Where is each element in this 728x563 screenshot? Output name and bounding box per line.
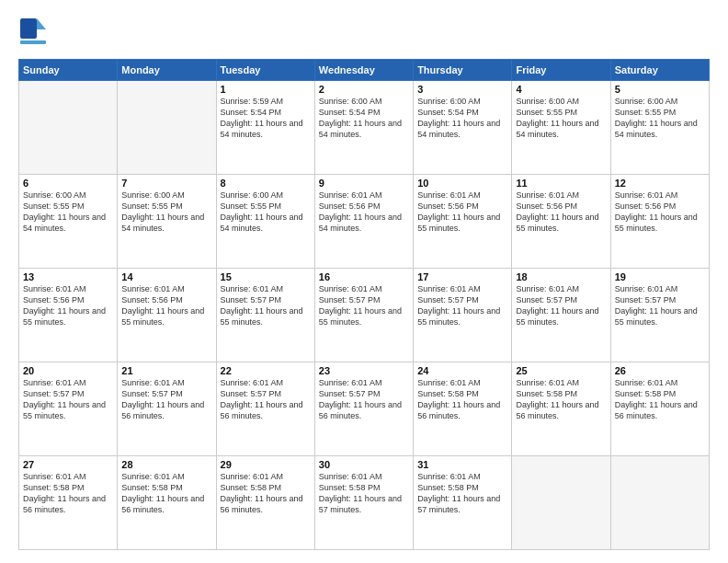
day-cell: 8Sunrise: 6:00 AM Sunset: 5:55 PM Daylig… xyxy=(216,175,314,269)
day-info: Sunrise: 6:01 AM Sunset: 5:57 PM Dayligh… xyxy=(23,377,113,422)
day-info: Sunrise: 6:00 AM Sunset: 5:55 PM Dayligh… xyxy=(221,190,311,235)
page: SundayMondayTuesdayWednesdayThursdayFrid… xyxy=(0,0,728,563)
day-cell: 28Sunrise: 6:01 AM Sunset: 5:58 PM Dayli… xyxy=(118,456,216,550)
day-number: 9 xyxy=(319,178,409,189)
day-number: 13 xyxy=(23,271,113,282)
day-info: Sunrise: 6:00 AM Sunset: 5:55 PM Dayligh… xyxy=(23,190,113,235)
week-row-5: 27Sunrise: 6:01 AM Sunset: 5:58 PM Dayli… xyxy=(19,456,710,550)
day-info: Sunrise: 6:01 AM Sunset: 5:57 PM Dayligh… xyxy=(319,283,409,328)
day-cell: 10Sunrise: 6:01 AM Sunset: 5:56 PM Dayli… xyxy=(414,175,512,269)
day-cell: 6Sunrise: 6:00 AM Sunset: 5:55 PM Daylig… xyxy=(19,175,118,269)
day-cell: 1Sunrise: 5:59 AM Sunset: 5:54 PM Daylig… xyxy=(216,81,314,175)
day-cell: 23Sunrise: 6:01 AM Sunset: 5:57 PM Dayli… xyxy=(314,362,413,456)
day-info: Sunrise: 6:01 AM Sunset: 5:58 PM Dayligh… xyxy=(319,471,409,516)
day-cell: 12Sunrise: 6:01 AM Sunset: 5:56 PM Dayli… xyxy=(610,175,709,269)
day-cell: 2Sunrise: 6:00 AM Sunset: 5:54 PM Daylig… xyxy=(314,81,413,175)
weekday-saturday: Saturday xyxy=(610,60,709,81)
day-info: Sunrise: 6:00 AM Sunset: 5:55 PM Dayligh… xyxy=(121,190,211,235)
day-number: 5 xyxy=(615,84,705,95)
day-number: 29 xyxy=(221,459,311,470)
day-number: 20 xyxy=(23,365,113,376)
day-cell: 4Sunrise: 6:00 AM Sunset: 5:55 PM Daylig… xyxy=(512,81,610,175)
day-cell: 13Sunrise: 6:01 AM Sunset: 5:56 PM Dayli… xyxy=(19,269,118,362)
week-row-3: 13Sunrise: 6:01 AM Sunset: 5:56 PM Dayli… xyxy=(19,269,710,362)
day-info: Sunrise: 6:01 AM Sunset: 5:56 PM Dayligh… xyxy=(121,283,211,328)
day-number: 19 xyxy=(615,271,705,282)
day-info: Sunrise: 6:01 AM Sunset: 5:57 PM Dayligh… xyxy=(417,283,507,328)
day-number: 1 xyxy=(221,84,311,95)
day-cell: 22Sunrise: 6:01 AM Sunset: 5:57 PM Dayli… xyxy=(216,362,314,456)
day-number: 24 xyxy=(417,365,507,376)
day-cell: 26Sunrise: 6:01 AM Sunset: 5:58 PM Dayli… xyxy=(610,362,709,456)
day-cell: 30Sunrise: 6:01 AM Sunset: 5:58 PM Dayli… xyxy=(314,456,413,550)
day-number: 11 xyxy=(516,178,606,189)
day-info: Sunrise: 6:01 AM Sunset: 5:58 PM Dayligh… xyxy=(417,471,507,516)
day-info: Sunrise: 6:00 AM Sunset: 5:55 PM Dayligh… xyxy=(516,96,606,141)
day-number: 15 xyxy=(221,271,311,282)
day-cell: 20Sunrise: 6:01 AM Sunset: 5:57 PM Dayli… xyxy=(19,362,118,456)
day-number: 17 xyxy=(417,271,507,282)
day-number: 14 xyxy=(121,271,211,282)
week-row-2: 6Sunrise: 6:00 AM Sunset: 5:55 PM Daylig… xyxy=(19,175,710,269)
day-cell: 17Sunrise: 6:01 AM Sunset: 5:57 PM Dayli… xyxy=(414,269,512,362)
weekday-wednesday: Wednesday xyxy=(314,60,413,81)
day-info: Sunrise: 6:01 AM Sunset: 5:56 PM Dayligh… xyxy=(417,190,507,235)
day-number: 22 xyxy=(221,365,311,376)
day-number: 18 xyxy=(516,271,606,282)
day-cell xyxy=(610,456,709,550)
day-cell: 29Sunrise: 6:01 AM Sunset: 5:58 PM Dayli… xyxy=(216,456,314,550)
day-cell xyxy=(19,81,118,175)
day-number: 2 xyxy=(319,84,409,95)
day-number: 26 xyxy=(615,365,705,376)
day-info: Sunrise: 6:01 AM Sunset: 5:56 PM Dayligh… xyxy=(516,190,606,235)
logo xyxy=(18,17,48,50)
weekday-friday: Friday xyxy=(512,60,610,81)
day-info: Sunrise: 6:01 AM Sunset: 5:58 PM Dayligh… xyxy=(221,471,311,516)
day-cell: 7Sunrise: 6:00 AM Sunset: 5:55 PM Daylig… xyxy=(118,175,216,269)
day-info: Sunrise: 6:01 AM Sunset: 5:56 PM Dayligh… xyxy=(319,190,409,235)
day-number: 28 xyxy=(121,459,211,470)
day-cell: 19Sunrise: 6:01 AM Sunset: 5:57 PM Dayli… xyxy=(610,269,709,362)
day-cell: 15Sunrise: 6:01 AM Sunset: 5:57 PM Dayli… xyxy=(216,269,314,362)
day-info: Sunrise: 5:59 AM Sunset: 5:54 PM Dayligh… xyxy=(221,96,311,141)
day-info: Sunrise: 6:01 AM Sunset: 5:57 PM Dayligh… xyxy=(615,283,705,328)
svg-rect-2 xyxy=(20,40,46,44)
weekday-thursday: Thursday xyxy=(414,60,512,81)
day-number: 30 xyxy=(319,459,409,470)
day-info: Sunrise: 6:01 AM Sunset: 5:57 PM Dayligh… xyxy=(516,283,606,328)
day-info: Sunrise: 6:01 AM Sunset: 5:56 PM Dayligh… xyxy=(615,190,705,235)
day-info: Sunrise: 6:01 AM Sunset: 5:58 PM Dayligh… xyxy=(121,471,211,516)
calendar-table: SundayMondayTuesdayWednesdayThursdayFrid… xyxy=(18,59,710,550)
day-info: Sunrise: 6:01 AM Sunset: 5:58 PM Dayligh… xyxy=(23,471,113,516)
day-cell: 3Sunrise: 6:00 AM Sunset: 5:54 PM Daylig… xyxy=(414,81,512,175)
day-cell: 9Sunrise: 6:01 AM Sunset: 5:56 PM Daylig… xyxy=(314,175,413,269)
day-number: 4 xyxy=(516,84,606,95)
logo-icon xyxy=(18,17,48,50)
day-number: 16 xyxy=(319,271,409,282)
day-cell: 31Sunrise: 6:01 AM Sunset: 5:58 PM Dayli… xyxy=(414,456,512,550)
day-number: 27 xyxy=(23,459,113,470)
day-cell: 5Sunrise: 6:00 AM Sunset: 5:55 PM Daylig… xyxy=(610,81,709,175)
day-cell: 14Sunrise: 6:01 AM Sunset: 5:56 PM Dayli… xyxy=(118,269,216,362)
weekday-monday: Monday xyxy=(118,60,216,81)
day-info: Sunrise: 6:01 AM Sunset: 5:58 PM Dayligh… xyxy=(615,377,705,422)
day-cell: 27Sunrise: 6:01 AM Sunset: 5:58 PM Dayli… xyxy=(19,456,118,550)
day-info: Sunrise: 6:01 AM Sunset: 5:56 PM Dayligh… xyxy=(23,283,113,328)
day-number: 12 xyxy=(615,178,705,189)
weekday-sunday: Sunday xyxy=(19,60,118,81)
day-info: Sunrise: 6:01 AM Sunset: 5:57 PM Dayligh… xyxy=(221,377,311,422)
day-number: 7 xyxy=(121,178,211,189)
week-row-1: 1Sunrise: 5:59 AM Sunset: 5:54 PM Daylig… xyxy=(19,81,710,175)
svg-rect-0 xyxy=(20,18,37,39)
day-number: 3 xyxy=(417,84,507,95)
day-number: 8 xyxy=(221,178,311,189)
weekday-tuesday: Tuesday xyxy=(216,60,314,81)
day-cell: 25Sunrise: 6:01 AM Sunset: 5:58 PM Dayli… xyxy=(512,362,610,456)
day-info: Sunrise: 6:00 AM Sunset: 5:55 PM Dayligh… xyxy=(615,96,705,141)
day-cell: 18Sunrise: 6:01 AM Sunset: 5:57 PM Dayli… xyxy=(512,269,610,362)
day-number: 25 xyxy=(516,365,606,376)
day-number: 6 xyxy=(23,178,113,189)
week-row-4: 20Sunrise: 6:01 AM Sunset: 5:57 PM Dayli… xyxy=(19,362,710,456)
day-cell: 24Sunrise: 6:01 AM Sunset: 5:58 PM Dayli… xyxy=(414,362,512,456)
day-info: Sunrise: 6:01 AM Sunset: 5:58 PM Dayligh… xyxy=(417,377,507,422)
